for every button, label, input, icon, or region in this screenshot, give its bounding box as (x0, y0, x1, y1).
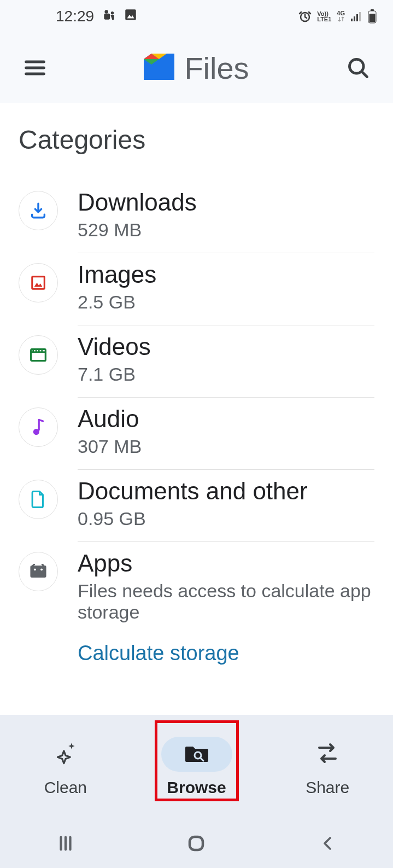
nav-label: Clean (44, 778, 87, 797)
category-name: Images (78, 261, 374, 288)
svg-rect-1 (104, 13, 110, 19)
categories-heading: Categories (19, 103, 374, 181)
category-size: 307 MB (78, 436, 374, 457)
document-icon (19, 480, 58, 519)
audio-icon (19, 407, 58, 447)
status-time: 12:29 (56, 8, 94, 25)
home-icon (186, 834, 206, 853)
teams-icon (102, 8, 116, 26)
svg-point-0 (104, 10, 108, 13)
svg-rect-18 (30, 566, 46, 578)
app-title-wrap: Files (51, 50, 342, 86)
download-icon (19, 191, 58, 230)
category-size: 529 MB (78, 219, 374, 241)
search-icon (346, 56, 370, 80)
category-name: Videos (78, 333, 374, 360)
nav-label: Browse (167, 778, 226, 797)
category-name: Downloads (78, 189, 374, 216)
svg-point-19 (34, 568, 36, 570)
category-downloads[interactable]: Downloads 529 MB (19, 181, 374, 253)
status-right: Vo)) LTE1 4G (298, 9, 377, 24)
video-icon (19, 335, 58, 375)
folder-search-icon (184, 742, 210, 766)
nav-share[interactable]: Share (262, 715, 393, 819)
svg-marker-15 (34, 283, 43, 287)
svg-rect-6 (351, 19, 353, 21)
nav-browse[interactable]: Browse (131, 715, 262, 819)
svg-point-2 (111, 11, 114, 14)
category-name: Audio (78, 405, 374, 433)
app-title: Files (184, 50, 249, 86)
files-logo-icon (144, 54, 174, 82)
back-icon (319, 834, 336, 853)
hamburger-menu-button[interactable] (19, 51, 51, 84)
image-notif-icon (124, 8, 138, 26)
category-audio[interactable]: Audio 307 MB (19, 398, 374, 470)
back-button[interactable] (311, 827, 344, 860)
status-left: 12:29 (56, 8, 138, 26)
svg-point-17 (33, 429, 39, 435)
recents-icon (56, 834, 75, 853)
search-button[interactable] (342, 51, 374, 84)
share-arrows-icon (314, 741, 341, 767)
svg-rect-8 (356, 14, 358, 21)
svg-rect-14 (32, 277, 45, 289)
category-size: 0.95 GB (78, 508, 374, 529)
svg-rect-7 (354, 16, 355, 21)
image-icon (19, 263, 58, 302)
category-apps[interactable]: Apps Files needs access to calculate app… (19, 542, 374, 680)
category-name: Documents and other (78, 477, 374, 505)
battery-icon (368, 9, 377, 24)
category-images[interactable]: Images 2.5 GB (19, 253, 374, 325)
category-name: Apps (78, 550, 374, 577)
svg-rect-9 (359, 12, 361, 21)
alarm-icon (298, 10, 312, 23)
content: Categories Downloads 529 MB Images 2.5 G… (0, 103, 393, 680)
status-bar: 12:29 Vo)) LTE1 4G (0, 0, 393, 33)
home-button[interactable] (180, 827, 213, 860)
system-nav (0, 819, 393, 868)
hamburger-icon (23, 56, 47, 80)
nav-label: Share (306, 778, 349, 797)
svg-rect-22 (190, 837, 203, 850)
svg-rect-12 (369, 14, 376, 22)
category-videos[interactable]: Videos 7.1 GB (19, 325, 374, 398)
calculate-storage-link[interactable]: Calculate storage (78, 626, 374, 668)
category-documents[interactable]: Documents and other 0.95 GB (19, 470, 374, 542)
status-net: 4G (337, 10, 345, 16)
status-lte: LTE1 (317, 16, 331, 22)
nav-clean[interactable]: Clean (0, 715, 131, 819)
sparkle-icon (52, 739, 79, 769)
bottom-nav: Clean Browse Share (0, 715, 393, 819)
category-subtitle: Files needs access to calculate app stor… (78, 580, 374, 623)
svg-rect-3 (125, 9, 136, 20)
signal-icon (350, 11, 362, 22)
recents-button[interactable] (49, 827, 82, 860)
data-arrows-icon (337, 16, 345, 22)
category-size: 2.5 GB (78, 292, 374, 313)
svg-point-20 (40, 568, 43, 570)
apps-icon (19, 552, 58, 591)
category-size: 7.1 GB (78, 364, 374, 385)
app-bar: Files (0, 33, 393, 103)
